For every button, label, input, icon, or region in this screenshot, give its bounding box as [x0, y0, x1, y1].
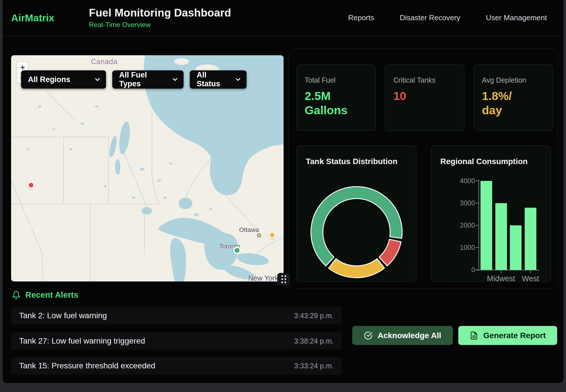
fuel-type-filter-select[interactable]: All Fuel Types [112, 70, 184, 89]
map-label-new-york: New York [248, 274, 278, 281]
generate-report-button[interactable]: Generate Report [458, 326, 557, 345]
map-label-canada: Canada [91, 58, 118, 66]
tank-status-donut-chart [297, 184, 417, 282]
stat-card-total-fuel: Total Fuel 2.5M Gallons [296, 64, 376, 131]
tank-marker-warning[interactable] [268, 231, 276, 239]
map-filter-bar: All Regions All Fuel Types All Status [21, 70, 247, 89]
x-tick-label: West [522, 274, 539, 283]
y-tick-label: 1000 [455, 244, 475, 252]
nav-user-management[interactable]: User Management [486, 13, 547, 22]
page-title: Fuel Monitoring Dashboard [89, 7, 231, 19]
donut-chart-title: Tank Status Distribution [306, 157, 398, 166]
generate-report-label: Generate Report [483, 331, 546, 340]
stat-value: 1.8%/ day [482, 89, 545, 117]
recent-alerts-title: Recent Alerts [25, 290, 78, 300]
x-tick-label: Midwest [487, 274, 515, 283]
alert-timestamp: 3:43:29 p.m. [294, 312, 334, 320]
y-tick-label: 4000 [455, 177, 475, 185]
x-tick-mark [530, 270, 531, 273]
stat-value: 2.5M Gallons [305, 89, 367, 117]
alert-row[interactable]: Tank 15: Pressure threshold exceeded 3:3… [11, 357, 342, 375]
status-filter-value: All Status [197, 71, 229, 88]
map-panel[interactable]: Canada Ottawa Toronto New York + − All R… [11, 55, 284, 281]
bell-icon [12, 291, 21, 300]
status-filter-select[interactable]: All Status [190, 70, 247, 89]
regional-consumption-bar-chart: 01000200030004000MidwestWest [431, 146, 551, 281]
main-nav: Reports Disaster Recovery User Managemen… [348, 13, 547, 22]
tank-marker-normal[interactable] [233, 247, 241, 254]
alert-message: Tank 2: Low fuel warning [19, 311, 107, 320]
y-tick-label: 3000 [455, 199, 475, 207]
nav-disaster-recovery[interactable]: Disaster Recovery [400, 13, 460, 22]
acknowledge-all-label: Acknowledge All [378, 331, 441, 340]
x-tick-mark [501, 270, 501, 273]
y-tick-mark [476, 270, 479, 270]
stat-label: Avg Depletion [482, 76, 545, 84]
stat-label: Critical Tanks [393, 76, 456, 84]
stat-label: Total Fuel [305, 76, 367, 84]
page-subtitle: Real-Time Overview [89, 21, 231, 29]
report-document-icon [470, 331, 478, 340]
alert-message: Tank 27: Low fuel warning triggered [19, 336, 145, 346]
stat-card-critical-tanks: Critical Tanks 10 [385, 64, 464, 131]
donut-segment-critical [379, 239, 401, 266]
y-tick-label: 0 [455, 266, 475, 274]
alert-timestamp: 3:33:24 p.m. [294, 362, 334, 370]
check-circle-icon [364, 331, 372, 340]
y-axis-line [479, 179, 479, 270]
bar-region-3 [510, 225, 522, 270]
alert-message: Tank 15: Pressure threshold exceeded [19, 361, 155, 370]
map-label-ottawa: Ottawa [239, 226, 259, 234]
chevron-down-icon [173, 76, 177, 81]
alert-timestamp: 3:38:24 p.m. [294, 337, 334, 345]
regional-consumption-chart-card: Regional Consumption 01000200030004000Mi… [431, 145, 551, 282]
y-tick-mark [476, 203, 479, 203]
tank-status-chart-card: Tank Status Distribution [296, 145, 416, 282]
nav-reports[interactable]: Reports [348, 13, 374, 22]
chevron-down-icon [236, 76, 240, 81]
basemap-art [11, 55, 284, 281]
title-block: Fuel Monitoring Dashboard Real-Time Over… [89, 7, 231, 29]
map-canvas[interactable]: Canada Ottawa Toronto New York [11, 55, 284, 281]
bar-region-1 [481, 181, 492, 270]
stat-card-avg-depletion: Avg Depletion 1.8%/ day [474, 64, 553, 131]
acknowledge-all-button[interactable]: Acknowledge All [352, 326, 453, 345]
donut-segment-warning [329, 259, 384, 278]
stat-value: 10 [393, 89, 456, 103]
app-window: AirMatrix Fuel Monitoring Dashboard Real… [2, 0, 564, 383]
chevron-down-icon [95, 76, 100, 81]
region-filter-value: All Regions [28, 75, 70, 84]
y-tick-mark [476, 181, 479, 181]
fuel-type-filter-value: All Fuel Types [119, 71, 166, 88]
brand-logo: AirMatrix [11, 12, 70, 24]
alert-row[interactable]: Tank 27: Low fuel warning triggered 3:38… [11, 332, 342, 350]
alert-row[interactable]: Tank 2: Low fuel warning 3:43:29 p.m. [11, 307, 342, 324]
region-filter-select[interactable]: All Regions [21, 70, 106, 89]
y-tick-mark [476, 225, 479, 226]
y-tick-label: 2000 [455, 221, 475, 229]
metrics-panel: Total Fuel 2.5M Gallons Critical Tanks 1… [288, 48, 558, 289]
y-tick-mark [476, 247, 479, 248]
bar-region-4 [525, 208, 536, 270]
header: AirMatrix Fuel Monitoring Dashboard Real… [3, 0, 563, 36]
recent-alerts-header: Recent Alerts [12, 290, 78, 300]
bar-region-2 [495, 203, 507, 270]
tank-marker-critical[interactable] [27, 181, 35, 189]
